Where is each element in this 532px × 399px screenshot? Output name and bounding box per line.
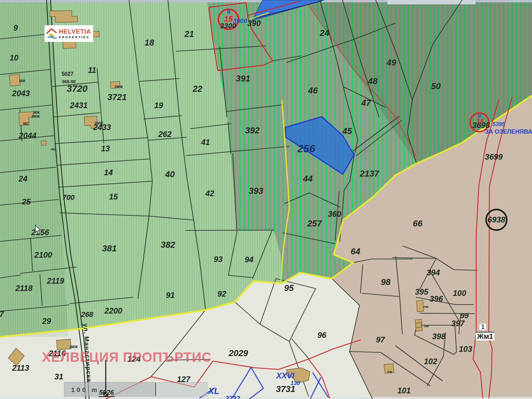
map-viewer-window: 91011182122192439146494847505027968.9837… bbox=[0, 0, 532, 399]
helvetia-logo[interactable]: HELVETIA PROPERTIES bbox=[45, 25, 93, 42]
watermark-text: ХЕЛВЕЦИЯ ПРОПЪРТИС bbox=[42, 350, 212, 365]
region-fills bbox=[0, 0, 532, 399]
logo-line2: PROPERTIES bbox=[59, 36, 91, 39]
scale-distance-label: 100 m bbox=[71, 386, 99, 394]
helvetia-logo-icon bbox=[46, 28, 58, 40]
scale-ref-label: 5026 bbox=[98, 389, 115, 397]
cadastral-map-canvas[interactable] bbox=[0, 0, 532, 399]
mouse-cursor bbox=[35, 225, 43, 235]
logo-line1: HELVETIA bbox=[59, 28, 91, 35]
